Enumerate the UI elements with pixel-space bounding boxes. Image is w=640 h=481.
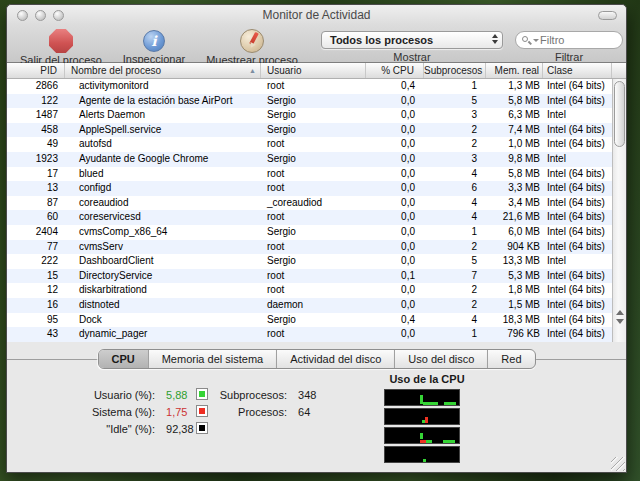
cell-user: root: [261, 137, 366, 152]
cpu-history-dot: [425, 420, 428, 423]
cell-kind: Intel (64 bits): [543, 240, 612, 255]
tab-cpu[interactable]: CPU: [98, 350, 148, 368]
process-row[interactable]: 87coreaudiod_coreaudiod0,043,4 MBIntel (…: [7, 196, 612, 211]
close-button[interactable]: [17, 10, 28, 21]
cell-pid: 49: [7, 137, 65, 152]
tab-system-memory[interactable]: Memoria del sistema: [149, 350, 277, 368]
process-row[interactable]: 77cvmsServroot0,02904 KBIntel (64 bits): [7, 240, 612, 255]
process-row[interactable]: 1487Alerts DaemonSergio0,036,3 MBIntel: [7, 108, 612, 123]
process-filter-popup[interactable]: Todos los procesos: [321, 31, 503, 49]
header-cpu[interactable]: % CPU: [366, 63, 424, 78]
cell-pid: 458: [7, 123, 65, 138]
cell-pid: 95: [7, 313, 65, 328]
resize-grip[interactable]: [611, 457, 625, 471]
cell-user: root: [261, 167, 366, 182]
header-process-name[interactable]: Nombre del proceso ▲: [65, 63, 261, 78]
sample-process-button[interactable]: Muestrear proceso: [197, 29, 307, 66]
header-user[interactable]: Usuario: [261, 63, 366, 78]
cell-mem: 5,8 MB: [486, 94, 543, 109]
search-options-chevron-icon[interactable]: [533, 39, 539, 42]
cell-kind: Intel (64 bits): [543, 269, 612, 284]
title-bar[interactable]: Monitor de Actividad: [7, 5, 626, 25]
header-real-memory[interactable]: Mem. real: [486, 63, 543, 78]
process-row[interactable]: 458AppleSpell.serviceSergio0,027,4 MBInt…: [7, 123, 612, 138]
vertical-scrollbar[interactable]: [612, 79, 626, 342]
show-group: Todos los procesos Mostrar: [321, 31, 503, 63]
popup-selected-value: Todos los procesos: [330, 34, 433, 46]
zoom-button[interactable]: [53, 10, 64, 21]
threads-label: Subprocesos:: [179, 389, 287, 401]
cell-name: Alerts Daemon: [65, 108, 261, 123]
cell-name: Dock: [65, 313, 261, 328]
process-row[interactable]: 122Agente de la estación base AirPortSer…: [7, 94, 612, 109]
cell-threads: 4: [424, 167, 486, 182]
process-row[interactable]: 2866activitymonitordroot0,411,3 MBIntel …: [7, 79, 612, 94]
sample-clock-icon: [240, 29, 264, 53]
process-row[interactable]: 15DirectoryServiceroot0,175,3 MBIntel (6…: [7, 269, 612, 284]
scroll-down-icon[interactable]: [616, 319, 624, 324]
process-row[interactable]: 16distnoteddaemon0,021,5 MBIntel (64 bit…: [7, 298, 612, 313]
cell-mem: 21,6 MB: [486, 210, 543, 225]
filter-group: Filtrar: [515, 31, 623, 63]
cell-name: DirectoryService: [65, 269, 261, 284]
cell-cpu: 0,0: [366, 283, 424, 298]
cell-name: distnoted: [65, 298, 261, 313]
cell-pid: 15: [7, 269, 65, 284]
sort-ascending-icon: ▲: [249, 63, 256, 78]
process-row[interactable]: 17bluedroot0,045,8 MBIntel (64 bits): [7, 167, 612, 182]
cell-mem: 6,0 MB: [486, 225, 543, 240]
cell-kind: Intel (64 bits): [543, 167, 612, 182]
process-row[interactable]: 2404cvmsComp_x86_64Sergio0,016,0 MBIntel…: [7, 225, 612, 240]
header-kind[interactable]: Clase: [543, 63, 612, 78]
inspect-button[interactable]: i Inspeccionar: [111, 30, 197, 65]
cell-name: Agente de la estación base AirPort: [65, 94, 261, 109]
process-row[interactable]: 222DashboardClientSergio0,0513,3 MBIntel: [7, 254, 612, 269]
cell-pid: 122: [7, 94, 65, 109]
cell-threads: 4: [424, 210, 486, 225]
process-row[interactable]: 95DockSergio0,4418,3 MBIntel (64 bits): [7, 313, 612, 328]
cell-mem: 9,8 MB: [486, 152, 543, 167]
cell-kind: Intel (64 bits): [543, 94, 612, 109]
cell-cpu: 0,0: [366, 137, 424, 152]
cpu-history-dot: [420, 401, 423, 404]
cell-threads: 2: [424, 123, 486, 138]
tab-disk-activity[interactable]: Actividad del disco: [277, 350, 395, 368]
process-row[interactable]: 1923Ayudante de Google ChromeSergio0,039…: [7, 152, 612, 167]
header-threads[interactable]: Subprocesos: [424, 63, 486, 78]
process-row[interactable]: 60coreservicesdroot0,0421,6 MBIntel (64 …: [7, 210, 612, 225]
process-row[interactable]: 12diskarbitrationdroot0,021,8 MBIntel (6…: [7, 283, 612, 298]
cell-kind: Intel (64 bits): [543, 313, 612, 328]
filter-label: Filtrar: [515, 51, 623, 63]
filter-input[interactable]: [540, 33, 616, 47]
cell-cpu: 0,1: [366, 269, 424, 284]
popup-arrows-icon: [492, 34, 498, 44]
traffic-lights: [17, 10, 64, 21]
cell-cpu: 0,0: [366, 108, 424, 123]
cell-kind: Intel (64 bits): [543, 123, 612, 138]
cell-user: root: [261, 327, 366, 342]
cell-cpu: 0,0: [366, 94, 424, 109]
process-row[interactable]: 49autofsdroot0,021,0 MBIntel (64 bits): [7, 137, 612, 152]
header-pid[interactable]: PID: [7, 63, 65, 78]
process-row[interactable]: 43dynamic_pagerroot0,01796 KBIntel (64 b…: [7, 327, 612, 342]
processes-row: Procesos: 64: [179, 406, 332, 418]
cell-name: cvmsServ: [65, 240, 261, 255]
tab-disk-usage[interactable]: Uso del disco: [395, 350, 488, 368]
scrollbar-thumb[interactable]: [614, 81, 625, 147]
info-icon: i: [143, 30, 165, 52]
stop-sign-icon: [49, 29, 73, 53]
cell-user: Sergio: [261, 254, 366, 269]
minimize-button[interactable]: [35, 10, 46, 21]
scroll-up-icon[interactable]: [616, 310, 624, 315]
cell-name: cvmsComp_x86_64: [65, 225, 261, 240]
tab-network[interactable]: Red: [488, 350, 534, 368]
cell-mem: 7,4 MB: [486, 123, 543, 138]
cell-threads: 6: [424, 181, 486, 196]
cell-pid: 2866: [7, 79, 65, 94]
cell-user: Sergio: [261, 152, 366, 167]
search-field[interactable]: [515, 31, 623, 49]
quit-process-button[interactable]: Salir del proceso: [11, 29, 111, 66]
toolbar-toggle-pill[interactable]: [598, 11, 617, 20]
process-row[interactable]: 13configdroot0,063,3 MBIntel (64 bits): [7, 181, 612, 196]
cell-threads: 3: [424, 152, 486, 167]
